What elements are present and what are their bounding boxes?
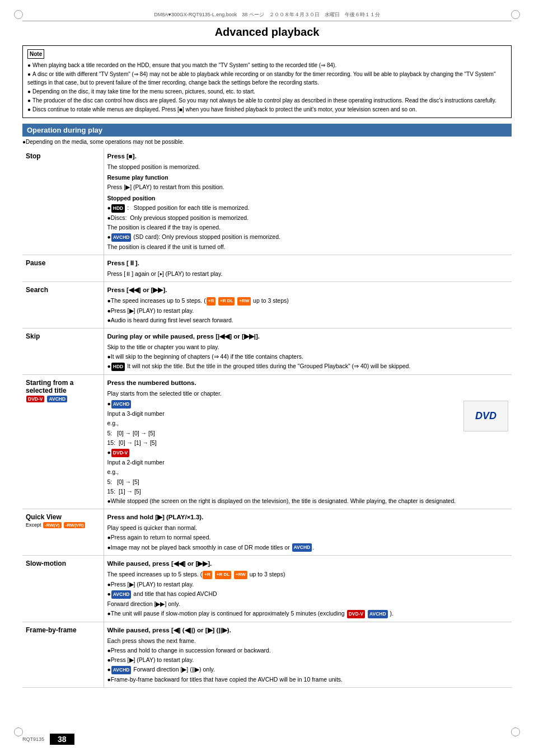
detail-line: e.g., [107, 467, 509, 476]
detail-line: ●DVD-V [107, 448, 509, 457]
detail-line: The position is cleared if the unit is t… [107, 242, 509, 251]
op-detail-framebyframe: While paused, press [◀] (◀||) or [▶] (||… [104, 622, 512, 688]
table-row: Search Press [◀◀] or [▶▶]. ●The speed in… [22, 282, 512, 328]
detail-line: 5: [0] → [0] → [5] [107, 429, 509, 438]
sub-heading: Resume play function [107, 173, 509, 182]
sub-heading: Stopped position [107, 194, 509, 203]
table-row: Slow-motion While paused, press [◀◀] or … [22, 556, 512, 622]
detail-line: The stopped position is memorized. [107, 162, 509, 171]
table-row: Frame-by-frame While paused, press [◀] (… [22, 622, 512, 688]
page: DM8A♥300GX-RQT9135-L.eng.book 38 ページ ２００… [0, 0, 534, 756]
detail-line: ●Press again to return to normal speed. [107, 533, 509, 542]
section-header: Operation during play [22, 124, 512, 137]
detail-line: 15: [0] → [1] → [5] [107, 438, 509, 447]
corner-mark-tl [14, 10, 23, 19]
note-item-3: Depending on the disc, it may take time … [27, 87, 507, 96]
detail-line: ●Image may not be played back smoothly i… [107, 543, 509, 552]
detail-line: 5: [0] → [5] [107, 477, 509, 486]
op-name-skip: Skip [22, 328, 104, 375]
detail-line: Input a 2-digit number [107, 458, 509, 467]
detail-line: ●Press [▶] (PLAY) to restart play. [107, 655, 509, 664]
detail-line: ●Press [▶] (PLAY) to restart play. [107, 306, 509, 315]
header-meta: DM8A♥300GX-RQT9135-L.eng.book 38 ページ ２００… [22, 11, 512, 21]
note-box: Note When playing back a title recorded … [22, 45, 512, 118]
op-name-pause: Pause [22, 255, 104, 282]
quickview-except: Except -RW(V) -RW(VR) [26, 522, 100, 528]
op-detail-slowmotion: While paused, press [◀◀] or [▶▶]. The sp… [104, 556, 512, 622]
press-instruction: While paused, press [◀◀] or [▶▶]. [107, 559, 509, 569]
detail-line: ●HDD It will not skip the title. But the… [107, 361, 509, 371]
detail-line: ●It will skip to the beginning of chapte… [107, 352, 509, 361]
table-row: Quick View Except -RW(V) -RW(VR) Press a… [22, 509, 512, 556]
footer: RQT9135 38 [0, 734, 534, 745]
table-row: Skip During play or while paused, press … [22, 328, 512, 375]
operations-table: Stop Press [■]. The stopped position is … [22, 148, 512, 688]
press-instruction: Press [◀◀] or [▶▶]. [107, 285, 509, 295]
note-item-1: When playing back a title recorded on th… [27, 61, 507, 69]
detail-line: ●AVCHD and title that has copied AVCHD [107, 589, 509, 599]
detail-line: The position is cleared if the tray is o… [107, 223, 509, 232]
table-row: Starting from a selected title DVD-V AVC… [22, 375, 512, 509]
detail-line: Play starts from the selected title or c… [107, 389, 509, 398]
detail-line: ●Audio is heard during first level searc… [107, 316, 509, 325]
detail-line: ●AVCHD [107, 399, 509, 408]
detail-line: ●The unit will pause if slow-motion play… [107, 609, 509, 618]
detail-line: 15: [1] → [5] [107, 487, 509, 496]
page-title: Advanced playback [22, 26, 512, 39]
badge-dvdv: DVD-V [26, 396, 44, 402]
op-name-starting: Starting from a selected title DVD-V AVC… [22, 375, 104, 509]
op-name-quickview: Quick View Except -RW(V) -RW(VR) [22, 509, 104, 556]
detail-line: Each press shows the next frame. [107, 636, 509, 645]
detail-line: Forward direction [▶▶] only. [107, 599, 509, 608]
detail-line: ●Press and hold to change in succession … [107, 646, 509, 655]
op-name-search: Search [22, 282, 104, 328]
starting-content: DVD ●AVCHD Input a 3-digit number e.g., … [107, 398, 509, 506]
press-instruction: During play or while paused, press [|◀◀]… [107, 332, 509, 342]
detail-line: ●Discs: Only previous stopped position i… [107, 213, 509, 222]
detail-line: ●Frame-by-frame backward for titles that… [107, 675, 509, 684]
op-detail-skip: During play or while paused, press [|◀◀]… [104, 328, 512, 375]
footer-model: RQT9135 [22, 736, 44, 742]
op-detail-starting: Press the numbered buttons. Play starts … [104, 375, 512, 509]
note-item-5: Discs continue to rotate while menus are… [27, 105, 507, 114]
detail-line: e.g., [107, 419, 509, 428]
detail-line: Press [⏸] again or [▶] (PLAY) to restart… [107, 269, 509, 278]
corner-mark-tr [511, 10, 520, 19]
press-instruction: While paused, press [◀] (◀||) or [▶] (||… [107, 626, 509, 636]
detail-line: The speed increases up to 5 steps. (+R +… [107, 570, 509, 579]
dvd-logo: DVD [463, 401, 508, 431]
badge-avchd: AVCHD [47, 396, 67, 402]
detail-line: ●Press [▶] (PLAY) to restart play. [107, 580, 509, 589]
op-name-slowmotion: Slow-motion [22, 556, 104, 622]
op-detail-quickview: Press and hold [▶] (PLAY/×1.3). Play spe… [104, 509, 512, 556]
op-detail-stop: Press [■]. The stopped position is memor… [104, 148, 512, 255]
press-instruction: Press and hold [▶] (PLAY/×1.3). [107, 513, 509, 523]
detail-line: ●AVCHD Forward direction [▶] (||▶) only. [107, 665, 509, 674]
note-item-2: A disc or title with different "TV Syste… [27, 70, 507, 87]
detail-line: ●While stopped (the screen on the right … [107, 496, 509, 505]
press-instruction: Press [⏸]. [107, 259, 509, 269]
op-detail-pause: Press [⏸]. Press [⏸] again or [▶] (PLAY)… [104, 255, 512, 282]
detail-line: Input a 3-digit number [107, 409, 509, 418]
detail-line: ●HDD : Stopped position for each title i… [107, 203, 509, 213]
detail-line: ●The speed increases up to 5 steps. (+R … [107, 296, 509, 305]
op-name-stop: Stop [22, 148, 104, 255]
table-row: Stop Press [■]. The stopped position is … [22, 148, 512, 255]
detail-line: Play speed is quicker than normal. [107, 523, 509, 532]
op-detail-search: Press [◀◀] or [▶▶]. ●The speed increases… [104, 282, 512, 328]
section-sub-note: ●Depending on the media, some operations… [22, 139, 512, 145]
op-name-badges: DVD-V AVCHD [26, 396, 68, 402]
detail-line: ●AVCHD (SD card): Only previous stopped … [107, 232, 509, 242]
op-name-framebyframe: Frame-by-frame [22, 622, 104, 688]
note-item-4: The producer of the disc can control how… [27, 96, 507, 105]
press-instruction: Press [■]. [107, 152, 509, 162]
press-instruction: Press the numbered buttons. [107, 378, 509, 388]
table-row: Pause Press [⏸]. Press [⏸] again or [▶] … [22, 255, 512, 282]
note-label: Note [27, 49, 44, 59]
footer-page-number: 38 [50, 734, 74, 745]
detail-line: Skip to the title or chapter you want to… [107, 342, 509, 351]
detail-line: Press [▶] (PLAY) to restart from this po… [107, 182, 509, 191]
